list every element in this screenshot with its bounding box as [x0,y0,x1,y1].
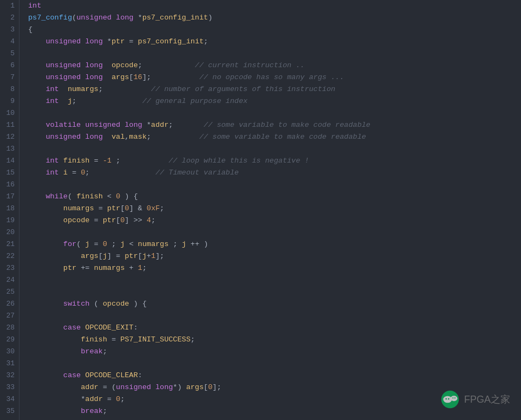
token-plain: ; [147,133,151,141]
token-plain: = [89,216,102,224]
token-define: OPCODE_EXIT [85,324,133,332]
token-num: 1 [138,264,142,272]
token-var: addr [151,121,168,129]
code-line: int finish = -1 ; // loop while this is … [28,155,512,167]
token-num: 16 [133,73,142,81]
token-plain: [ [116,216,120,224]
token-var: ps7_config_init [142,14,209,22]
token-kw-type: int [45,85,58,93]
token-var: ps7_config_init [138,37,204,46]
token-var: ptr [125,252,138,260]
token-plain: ; [99,85,103,93]
code-line: addr = (unsigned long*) args[0]; [28,382,512,393]
token-kw: unsigned [76,14,112,22]
token-plain [28,133,45,141]
code-line: int j; // general purpose index [28,95,512,107]
token-plain: ; [72,97,76,105]
token-kw: unsigned [85,121,120,129]
token-comment: // general purpose index [76,97,248,105]
token-plain: [ [138,252,142,260]
token-plain [28,37,45,46]
line-number: 16 [4,179,15,191]
code-line: unsigned long opcode; // current instruc… [28,60,512,72]
line-number-gutter: 1234567891011121314151617181920212223242… [0,0,19,420]
line-number: 11 [4,119,15,131]
line-number: 29 [4,334,15,346]
token-kw: long [85,61,102,69]
token-plain [28,97,45,105]
token-kw-type: int [45,157,58,165]
token-plain [103,73,112,81]
token-var: args [186,383,204,391]
token-var: opcode [112,61,138,69]
line-number: 34 [4,393,15,405]
token-kw: for [63,240,76,248]
line-number: 4 [4,36,15,48]
svg-point-6 [454,397,455,398]
token-var: opcode [63,216,90,224]
line-number: 31 [4,358,15,370]
token-num: 0 [116,192,120,201]
token-plain: ; [151,216,155,224]
svg-point-2 [451,396,458,401]
line-number: 24 [4,274,15,286]
token-plain: ; [120,395,125,403]
code-line [28,358,512,370]
token-func: ps7_config [28,14,72,22]
token-var: args [81,252,98,260]
token-num: 0xF [147,204,160,212]
token-plain [28,264,63,272]
code-line: int numargs; // number of arguments of t… [28,83,512,95]
code-line [28,286,512,298]
token-plain [28,216,63,224]
token-plain [28,73,45,81]
token-var: ptr [63,264,76,272]
token-var: addr [85,395,102,403]
code-line: case OPCODE_CLEAR: [28,370,512,382]
token-plain [28,252,81,260]
line-number: 7 [4,72,15,83]
token-kw: long [85,37,102,46]
code-line: unsigned long *ptr = ps7_config_init; [28,36,512,48]
token-var: finish [81,335,107,344]
token-plain: = [103,395,116,403]
token-plain: * [133,14,142,22]
watermark: FPGA之家 [440,390,510,409]
code-line [28,107,512,119]
line-number: 9 [4,95,15,107]
token-plain: = ( [99,383,116,391]
token-var: j [68,97,72,105]
token-plain: [ [204,383,208,391]
svg-point-5 [452,397,453,398]
token-kw: case [63,324,81,332]
code-line: break; [28,405,512,417]
line-number: 19 [4,215,15,227]
code-line [28,179,512,191]
line-number: 27 [4,310,15,322]
token-plain [28,347,81,356]
line-number: 13 [4,143,15,155]
token-plain [59,97,68,105]
code-line: break; [28,346,512,358]
code-line [28,143,512,155]
token-plain: * [142,121,151,129]
token-plain: = [94,204,107,212]
code-line: volatile unsigned long *addr; // some va… [28,119,512,131]
token-plain [28,169,45,177]
token-plain [103,61,112,69]
token-plain: ; [160,204,164,212]
token-var: val [112,133,125,141]
token-plain [28,192,45,201]
line-number: 32 [4,370,15,382]
token-var: numargs [63,204,94,212]
token-plain: : [138,371,142,379]
token-plain: + [147,252,151,260]
code-line: ptr += numargs + 1; [28,262,512,274]
token-plain: ; [107,240,120,248]
code-line: args[j] = ptr[j+1]; [28,250,512,262]
watermark-text: FPGA之家 [464,393,510,406]
token-var: args [112,73,129,81]
token-num: 4 [147,216,151,224]
token-plain [28,61,45,69]
token-plain: = [89,157,102,165]
